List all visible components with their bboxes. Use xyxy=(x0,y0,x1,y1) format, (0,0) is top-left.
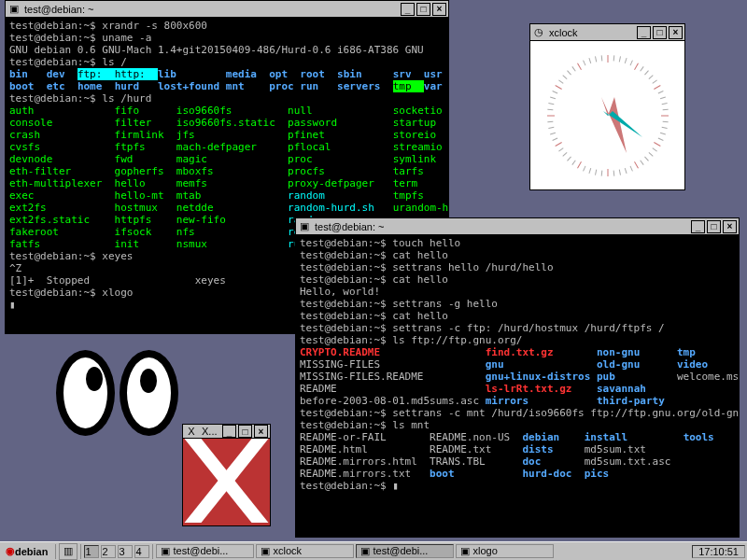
window-icon: ▣ xyxy=(161,545,170,556)
task-button[interactable]: ▣ xclock xyxy=(256,544,354,558)
xlogo-canvas xyxy=(183,439,270,525)
close-button[interactable]: × xyxy=(669,26,683,39)
window-title: X... xyxy=(202,426,222,437)
workspace-2[interactable]: 2 xyxy=(101,545,116,558)
minimize-button[interactable]: _ xyxy=(637,26,651,39)
terminal-output[interactable]: test@debian:~$ touch hello test@debian:~… xyxy=(296,235,739,537)
xclock-window[interactable]: ◷ xclock _ □ × xyxy=(529,23,685,190)
minute-hand xyxy=(603,111,642,137)
separator xyxy=(80,544,81,559)
task-button[interactable]: ▣ xlogo xyxy=(456,544,554,558)
clock-icon: ◷ xyxy=(532,26,545,39)
workspace-switcher: 1234 xyxy=(83,543,150,560)
pupil-left xyxy=(86,367,103,391)
window-title: test@debian: ~ xyxy=(315,221,691,232)
xlogo-window[interactable]: X X... _ □ × xyxy=(182,424,271,526)
eye-left xyxy=(56,350,115,436)
x-logo-icon xyxy=(183,439,270,523)
close-button[interactable]: × xyxy=(432,3,446,16)
titlebar[interactable]: X X... _ □ × xyxy=(183,425,270,439)
maximize-button[interactable]: □ xyxy=(416,3,430,16)
close-button[interactable]: × xyxy=(723,220,737,233)
maximize-button[interactable]: □ xyxy=(707,220,721,233)
start-menu[interactable]: ◉ debian xyxy=(0,543,53,560)
pupil-right xyxy=(140,369,157,393)
window-title: test@debian: ~ xyxy=(24,4,401,15)
clock-face xyxy=(547,55,669,176)
terminal-window-2[interactable]: ▣ test@debian: ~ _ □ × test@debian:~$ to… xyxy=(295,217,740,538)
logo-text: debian xyxy=(15,546,48,557)
eye-right xyxy=(120,350,178,436)
terminal-icon: ▣ xyxy=(298,220,311,233)
window-icon: ▣ xyxy=(360,545,370,556)
task-list: ▣ test@debi...▣ xclock▣ test@debi...▣ xl… xyxy=(155,543,690,560)
clock[interactable]: 17:10:51 xyxy=(692,545,745,558)
minimize-button[interactable]: _ xyxy=(691,220,705,233)
task-button[interactable]: ▣ test@debi... xyxy=(156,544,254,558)
debian-swirl-icon: ◉ xyxy=(6,545,15,557)
minimize-button[interactable]: _ xyxy=(401,3,415,16)
workspace-3[interactable]: 3 xyxy=(118,545,133,558)
workspace-4[interactable]: 4 xyxy=(134,545,149,558)
hour-hand xyxy=(601,97,627,153)
clock-face-area xyxy=(530,41,684,189)
maximize-button[interactable]: □ xyxy=(238,425,252,438)
minimize-button[interactable]: _ xyxy=(222,425,236,438)
x-icon: X xyxy=(185,425,198,438)
task-button[interactable]: ▣ test@debi... xyxy=(356,544,454,558)
titlebar[interactable]: ▣ test@debian: ~ _ □ × xyxy=(296,218,739,235)
xeyes-window xyxy=(56,350,187,439)
maximize-button[interactable]: □ xyxy=(653,26,667,39)
window-icon: ▣ xyxy=(460,545,470,556)
separator xyxy=(55,544,56,559)
terminal-icon: ▣ xyxy=(7,3,21,16)
titlebar[interactable]: ▣ test@debian: ~ _ □ × xyxy=(6,1,448,18)
system-tray: 17:10:51 xyxy=(690,543,747,560)
separator xyxy=(152,544,153,559)
window-title: xclock xyxy=(549,27,637,38)
workspace-1[interactable]: 1 xyxy=(84,545,99,558)
taskbar: ◉ debian ▥ 1234 ▣ test@debi...▣ xclock▣ … xyxy=(0,541,747,560)
window-icon: ▣ xyxy=(261,545,270,556)
clock-hands xyxy=(547,55,669,176)
close-button[interactable]: × xyxy=(254,425,268,438)
show-desktop-button[interactable]: ▥ xyxy=(59,543,78,560)
titlebar[interactable]: ◷ xclock _ □ × xyxy=(530,24,684,41)
